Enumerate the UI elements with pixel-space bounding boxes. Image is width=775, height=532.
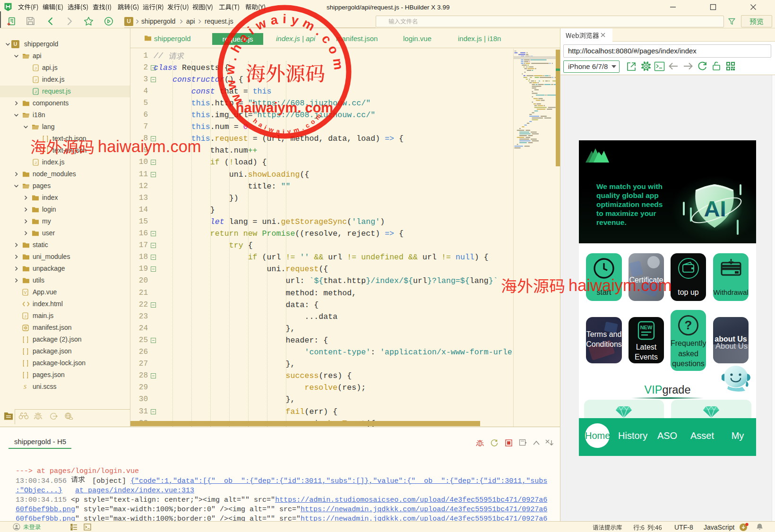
svg-text:J: J [35,78,37,82]
svg-text:S: S [24,384,26,390]
svg-text:J: J [35,161,37,165]
svg-text:?: ? [685,318,692,332]
svg-text:J: J [25,314,26,318]
svg-text:NEW: NEW [640,325,653,330]
svg-text:V: V [24,290,27,295]
svg-text:J: J [35,66,37,70]
svg-text:haiwaiym. com: haiwaiym. com [236,100,333,115]
svg-text:J: J [35,90,37,94]
svg-text:AI: AI [704,196,726,221]
